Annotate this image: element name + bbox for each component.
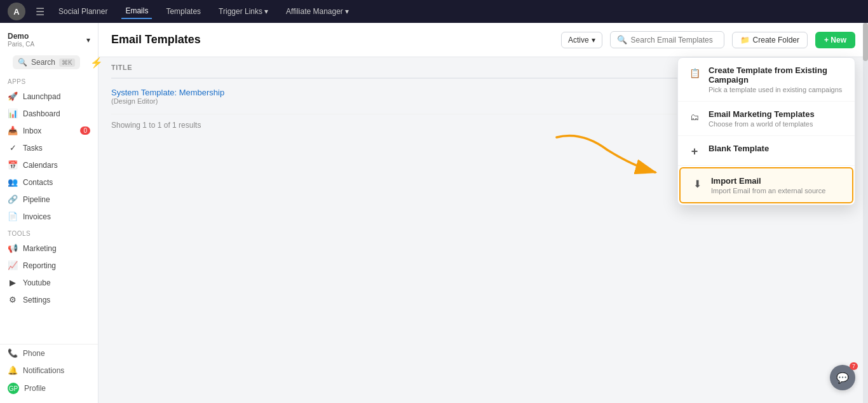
sidebar-item-phone[interactable]: 📞 Phone <box>0 345 98 362</box>
nav-templates[interactable]: Templates <box>162 4 205 18</box>
notifications-icon: 🔔 <box>8 365 18 375</box>
dropdown-item-marketing-templates[interactable]: 🗂 Email Marketing Templates Choose from … <box>678 102 855 136</box>
sidebar-item-label: Reporting <box>23 261 56 270</box>
sidebar-item-label: Calendars <box>23 161 58 170</box>
search-icon: 🔍 <box>617 35 627 44</box>
youtube-icon: ▶ <box>8 278 18 287</box>
inbox-badge: 0 <box>80 126 90 135</box>
dropdown-item-title: Email Marketing Templates <box>709 109 815 119</box>
page-title: Email Templates <box>111 33 553 46</box>
import-icon: ⬇ <box>691 177 703 190</box>
workspace-location: Paris, CA <box>8 41 34 48</box>
tasks-icon: ✓ <box>8 143 18 153</box>
workspace-name: Demo <box>8 32 34 41</box>
search-shortcut: ⌘K <box>59 58 75 67</box>
sidebar: Demo Paris, CA ▾ 🔍 Search ⌘K ⚡ Apps 🚀 La… <box>0 23 98 403</box>
dashboard-icon: 📊 <box>8 109 18 118</box>
pipeline-icon: 🔗 <box>8 195 18 204</box>
reporting-icon: 📈 <box>8 261 18 270</box>
sidebar-item-label: Launchpad <box>23 92 60 101</box>
plus-icon: + <box>688 145 701 158</box>
sidebar-item-youtube[interactable]: ▶ Youtube <box>0 274 98 291</box>
sidebar-item-pipeline[interactable]: 🔗 Pipeline <box>0 191 98 208</box>
app-logo: A <box>8 3 25 20</box>
new-dropdown-menu: 📋 Create Template from Existing Campaign… <box>677 57 855 205</box>
content-header: Email Templates Active ▾ 🔍 📁 Create Fold… <box>98 23 868 57</box>
calendars-icon: 📅 <box>8 160 18 170</box>
sidebar-item-calendars[interactable]: 📅 Calendars <box>0 156 98 174</box>
new-button[interactable]: + New <box>815 32 855 48</box>
sidebar-item-label: Inbox <box>23 126 41 135</box>
template-sub: (Design Editor) <box>111 97 677 105</box>
sidebar-item-reporting[interactable]: 📈 Reporting <box>0 257 98 274</box>
sidebar-search[interactable]: 🔍 Search ⌘K <box>13 55 80 69</box>
chevron-down-icon: ▾ <box>86 36 90 44</box>
dropdown-item-title: Blank Template <box>709 144 769 153</box>
chat-badge: 7 <box>850 362 858 370</box>
templates-icon: 🗂 <box>688 111 701 123</box>
main-content: Email Templates Active ▾ 🔍 📁 Create Fold… <box>98 23 868 403</box>
sidebar-item-label: Dashboard <box>23 109 60 118</box>
launchpad-icon: 🚀 <box>8 92 18 101</box>
dropdown-item-sub: Pick a template used in existing campaig… <box>709 86 844 93</box>
sidebar-item-inbox[interactable]: 📥 Inbox 0 <box>0 122 98 139</box>
folder-icon: 📁 <box>740 36 750 44</box>
scrollbar-thumb <box>863 23 868 61</box>
dropdown-item-import-email[interactable]: ⬇ Import Email Import Email from an exte… <box>679 167 853 203</box>
tools-section-label: Tools <box>0 225 98 240</box>
sidebar-item-label: Phone <box>23 349 45 358</box>
sidebar-item-contacts[interactable]: 👥 Contacts <box>0 174 98 191</box>
sidebar-item-label: Pipeline <box>23 195 50 204</box>
sidebar-item-marketing[interactable]: 📢 Marketing <box>0 240 98 257</box>
sidebar-item-dashboard[interactable]: 📊 Dashboard <box>0 105 98 122</box>
inbox-icon: 📥 <box>8 126 18 135</box>
nav-affiliate-manager[interactable]: Affiliate Manager ▾ <box>282 4 353 18</box>
chevron-down-icon: ▾ <box>345 7 349 16</box>
sidebar-item-label: Profile <box>24 384 46 393</box>
filter-active-button[interactable]: Active ▾ <box>561 32 602 48</box>
nav-social-planner[interactable]: Social Planner <box>55 4 111 18</box>
nav-trigger-links[interactable]: Trigger Links ▾ <box>215 4 272 18</box>
apps-section-label: Apps <box>0 73 98 88</box>
sidebar-item-label: Contacts <box>23 178 53 187</box>
sidebar-item-label: Notifications <box>23 366 64 375</box>
sidebar-item-launchpad[interactable]: 🚀 Launchpad <box>0 88 98 105</box>
sidebar-item-tasks[interactable]: ✓ Tasks <box>0 139 98 156</box>
workspace-selector[interactable]: Demo Paris, CA ▾ <box>0 28 98 51</box>
sidebar-item-label: Marketing <box>23 244 57 253</box>
invoices-icon: 📄 <box>8 212 18 221</box>
dropdown-item-sub: Choose from a world of templates <box>709 120 815 128</box>
chat-icon: 💬 <box>836 372 849 384</box>
chat-button[interactable]: 💬 7 <box>830 365 855 390</box>
chevron-down-icon: ▾ <box>264 7 268 16</box>
profile-icon: GP <box>8 383 19 394</box>
dropdown-item-blank-template[interactable]: + Blank Template <box>678 136 855 166</box>
search-label: Search <box>31 58 55 67</box>
top-navigation: A ☰ Social Planner Emails Templates Trig… <box>0 0 868 23</box>
dropdown-item-title: Create Template from Existing Campaign <box>709 65 844 85</box>
phone-icon: 📞 <box>8 348 18 358</box>
chevron-down-icon: ▾ <box>592 36 595 44</box>
dropdown-item-sub: Import Email from an external source <box>711 187 825 195</box>
create-folder-button[interactable]: 📁 Create Folder <box>732 32 808 48</box>
nav-emails[interactable]: Emails <box>121 4 152 19</box>
contacts-icon: 👥 <box>8 177 18 187</box>
hamburger-icon[interactable]: ☰ <box>36 6 44 18</box>
template-name[interactable]: System Template: Membership <box>111 88 677 97</box>
sidebar-item-profile[interactable]: GP Profile <box>0 379 98 398</box>
col-title: Title <box>111 64 677 71</box>
sidebar-item-settings[interactable]: ⚙ Settings <box>0 291 98 308</box>
sidebar-item-label: Tasks <box>23 144 43 153</box>
search-input[interactable] <box>631 36 714 44</box>
sidebar-item-notifications[interactable]: 🔔 Notifications <box>0 362 98 379</box>
right-scrollbar[interactable] <box>863 23 868 403</box>
sidebar-item-invoices[interactable]: 📄 Invoices <box>0 208 98 225</box>
settings-icon: ⚙ <box>8 295 18 304</box>
search-input-wrap: 🔍 <box>610 31 724 48</box>
campaign-icon: 📋 <box>688 67 701 79</box>
marketing-icon: 📢 <box>8 243 18 253</box>
dropdown-item-existing-campaign[interactable]: 📋 Create Template from Existing Campaign… <box>678 58 855 102</box>
sidebar-item-label: Invoices <box>23 212 51 221</box>
filter-label: Active <box>568 36 589 44</box>
dropdown-item-title: Import Email <box>711 176 825 186</box>
